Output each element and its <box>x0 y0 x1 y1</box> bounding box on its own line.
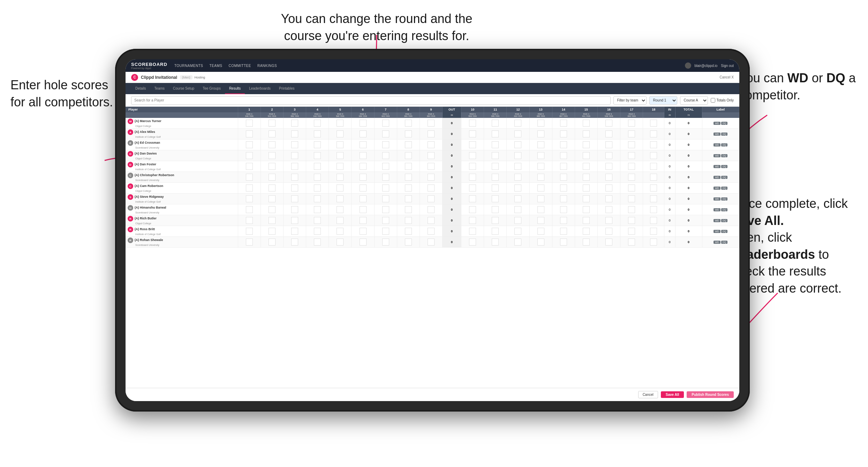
score-hole-2-row-2[interactable] <box>261 140 283 150</box>
score-input-h6-p0[interactable] <box>360 120 367 127</box>
dq-button-0[interactable]: DQ <box>721 122 728 125</box>
score-hole-12-row-0[interactable] <box>507 118 529 129</box>
score-hole-6-row-7[interactable] <box>352 194 374 204</box>
score-hole-2-row-0[interactable] <box>261 118 283 129</box>
score-input-h4-p6[interactable] <box>314 184 321 191</box>
score-hole-4-row-7[interactable] <box>306 194 329 204</box>
score-input-h17-p11[interactable] <box>628 239 635 246</box>
score-input-h12-p11[interactable] <box>514 239 521 246</box>
score-input-h17-p2[interactable] <box>628 141 635 148</box>
score-hole-11-row-8[interactable] <box>484 204 507 215</box>
score-input-h7-p7[interactable] <box>382 195 389 202</box>
score-hole-8-row-4[interactable] <box>397 161 420 172</box>
score-input-h12-p6[interactable] <box>514 184 521 191</box>
score-hole-7-row-11[interactable] <box>374 237 397 248</box>
score-hole-4-row-2[interactable] <box>306 140 329 150</box>
score-hole-16-row-9[interactable] <box>597 215 620 226</box>
score-hole-9-row-5[interactable] <box>420 172 442 183</box>
score-input-h4-p8[interactable] <box>314 206 321 213</box>
score-input-h17-p4[interactable] <box>628 163 635 170</box>
score-hole-6-row-4[interactable] <box>352 161 374 172</box>
dq-button-1[interactable]: DQ <box>721 133 728 136</box>
wd-button-6[interactable]: WD <box>714 187 720 190</box>
course-select[interactable]: Course A Course B <box>680 96 708 105</box>
score-input-h8-p2[interactable] <box>405 141 412 148</box>
score-hole-15-row-7[interactable] <box>575 194 597 204</box>
score-hole-5-row-0[interactable] <box>329 118 352 129</box>
score-hole-15-row-10[interactable] <box>575 226 597 237</box>
score-hole-1-row-8[interactable] <box>238 204 261 215</box>
score-input-h7-p8[interactable] <box>382 206 389 213</box>
score-input-h10-p7[interactable] <box>469 195 476 202</box>
score-input-h9-p6[interactable] <box>428 184 435 191</box>
score-input-h5-p11[interactable] <box>337 239 344 246</box>
score-input-h9-p3[interactable] <box>428 152 435 159</box>
score-hole-7-row-1[interactable] <box>374 129 397 140</box>
score-input-h9-p5[interactable] <box>428 174 435 181</box>
score-input-h13-p9[interactable] <box>537 217 544 224</box>
score-hole-3-row-11[interactable] <box>284 237 306 248</box>
score-hole-1-row-0[interactable] <box>238 118 261 129</box>
score-hole-11-row-1[interactable] <box>484 129 507 140</box>
score-input-h2-p1[interactable] <box>269 130 276 137</box>
score-hole-6-row-10[interactable] <box>352 226 374 237</box>
nav-committee[interactable]: COMMITTEE <box>228 64 251 68</box>
score-input-h8-p0[interactable] <box>405 120 412 127</box>
score-input-h17-p5[interactable] <box>628 174 635 181</box>
score-hole-16-row-5[interactable] <box>597 172 620 183</box>
score-input-h15-p0[interactable] <box>583 120 590 127</box>
score-hole-3-row-6[interactable] <box>284 183 306 194</box>
score-hole-2-row-8[interactable] <box>261 204 283 215</box>
score-hole-11-row-11[interactable] <box>484 237 507 248</box>
score-input-h1-p3[interactable] <box>246 152 253 159</box>
score-hole-16-row-8[interactable] <box>597 204 620 215</box>
score-hole-7-row-2[interactable] <box>374 140 397 150</box>
score-hole-18-row-2[interactable] <box>643 140 664 150</box>
score-input-h14-p1[interactable] <box>560 130 567 137</box>
score-input-h7-p0[interactable] <box>382 120 389 127</box>
score-hole-1-row-1[interactable] <box>238 129 261 140</box>
score-hole-11-row-5[interactable] <box>484 172 507 183</box>
score-hole-14-row-11[interactable] <box>552 237 575 248</box>
score-hole-2-row-7[interactable] <box>261 194 283 204</box>
score-hole-10-row-4[interactable] <box>461 161 484 172</box>
score-input-h10-p9[interactable] <box>469 217 476 224</box>
score-hole-11-row-6[interactable] <box>484 183 507 194</box>
score-input-h18-p8[interactable] <box>650 206 657 213</box>
score-input-h11-p8[interactable] <box>492 206 499 213</box>
score-input-h5-p1[interactable] <box>337 130 344 137</box>
score-input-h2-p10[interactable] <box>269 228 276 235</box>
score-input-h4-p0[interactable] <box>314 120 321 127</box>
score-input-h4-p7[interactable] <box>314 195 321 202</box>
score-input-h12-p1[interactable] <box>514 130 521 137</box>
score-hole-7-row-6[interactable] <box>374 183 397 194</box>
score-hole-3-row-10[interactable] <box>284 226 306 237</box>
score-input-h16-p11[interactable] <box>605 239 612 246</box>
score-input-h8-p7[interactable] <box>405 195 412 202</box>
score-hole-14-row-4[interactable] <box>552 161 575 172</box>
score-hole-7-row-9[interactable] <box>374 215 397 226</box>
score-hole-3-row-9[interactable] <box>284 215 306 226</box>
score-input-h18-p4[interactable] <box>650 163 657 170</box>
score-input-h15-p10[interactable] <box>583 228 590 235</box>
score-hole-15-row-2[interactable] <box>575 140 597 150</box>
score-input-h5-p8[interactable] <box>337 206 344 213</box>
score-input-h9-p8[interactable] <box>428 206 435 213</box>
score-input-h1-p8[interactable] <box>246 206 253 213</box>
sign-out-link[interactable]: Sign out <box>721 64 734 68</box>
dq-button-7[interactable]: DQ <box>721 197 728 201</box>
score-input-h18-p10[interactable] <box>650 228 657 235</box>
score-input-h7-p6[interactable] <box>382 184 389 191</box>
score-hole-5-row-10[interactable] <box>329 226 352 237</box>
score-hole-4-row-1[interactable] <box>306 129 329 140</box>
score-hole-2-row-3[interactable] <box>261 150 283 161</box>
publish-button[interactable]: Publish Round Scores <box>687 391 734 398</box>
score-input-h2-p9[interactable] <box>269 217 276 224</box>
score-input-h4-p5[interactable] <box>314 174 321 181</box>
score-hole-5-row-6[interactable] <box>329 183 352 194</box>
score-hole-17-row-9[interactable] <box>620 215 643 226</box>
score-hole-9-row-7[interactable] <box>420 194 442 204</box>
score-input-h11-p1[interactable] <box>492 130 499 137</box>
score-input-h6-p5[interactable] <box>360 174 367 181</box>
score-hole-10-row-10[interactable] <box>461 226 484 237</box>
